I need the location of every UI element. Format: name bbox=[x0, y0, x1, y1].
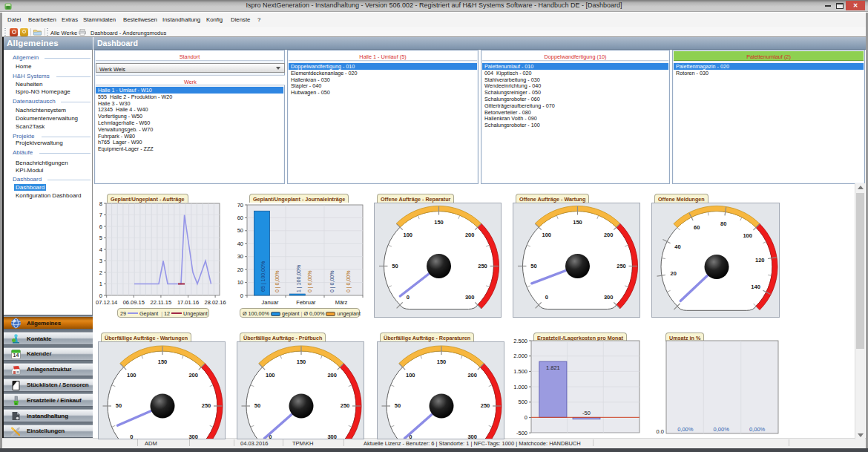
svg-text:200: 200 bbox=[465, 232, 475, 238]
svg-text:250: 250 bbox=[341, 402, 350, 409]
svg-text:14: 14 bbox=[13, 353, 19, 358]
svg-text:1.000: 1.000 bbox=[513, 384, 527, 390]
svg-text:50: 50 bbox=[530, 263, 536, 269]
svg-text:06.09.15: 06.09.15 bbox=[123, 299, 145, 306]
svg-text:100: 100 bbox=[406, 372, 415, 379]
svg-text:250: 250 bbox=[617, 263, 626, 269]
svg-text:100: 100 bbox=[127, 372, 137, 379]
svg-text:250: 250 bbox=[481, 402, 490, 409]
svg-text:60: 60 bbox=[237, 214, 243, 221]
svg-text:5: 5 bbox=[99, 235, 102, 241]
svg-text:250: 250 bbox=[202, 402, 211, 409]
svg-text:3: 3 bbox=[99, 258, 102, 264]
svg-text:-50: -50 bbox=[582, 410, 591, 416]
svg-text:0: 0 bbox=[240, 292, 243, 299]
svg-text:40: 40 bbox=[674, 243, 680, 250]
svg-text:100: 100 bbox=[542, 232, 552, 238]
svg-text:Januar: Januar bbox=[262, 299, 279, 306]
svg-text:150: 150 bbox=[437, 358, 447, 365]
svg-text:0.0: 0.0 bbox=[657, 428, 664, 435]
svg-text:120: 120 bbox=[755, 257, 765, 263]
svg-text:2.000: 2.000 bbox=[513, 353, 527, 359]
svg-text:2: 2 bbox=[99, 269, 102, 276]
svg-text:0: 0 bbox=[407, 294, 410, 301]
svg-text:60: 60 bbox=[694, 224, 700, 231]
svg-text:140: 140 bbox=[751, 284, 760, 290]
svg-text:50: 50 bbox=[254, 402, 260, 409]
svg-text:50: 50 bbox=[237, 227, 243, 234]
svg-text:März: März bbox=[335, 299, 348, 306]
svg-text:07.12.14: 07.12.14 bbox=[96, 299, 117, 306]
svg-text:100: 100 bbox=[743, 232, 752, 239]
svg-text:-500: -500 bbox=[516, 430, 527, 436]
svg-text:0 | 0,00%: 0 | 0,00% bbox=[307, 271, 313, 292]
svg-text:17.01.16: 17.01.16 bbox=[177, 299, 199, 306]
svg-text:22.11.15: 22.11.15 bbox=[151, 299, 172, 306]
svg-text:200: 200 bbox=[327, 372, 337, 379]
svg-text:50: 50 bbox=[116, 402, 122, 409]
svg-text:28.02.16: 28.02.16 bbox=[204, 299, 226, 306]
svg-text:300: 300 bbox=[604, 294, 614, 301]
svg-text:0 | 0,00%: 0 | 0,00% bbox=[274, 271, 280, 292]
svg-text:8: 8 bbox=[99, 200, 102, 207]
svg-text:250: 250 bbox=[478, 263, 487, 269]
svg-text:1 | 100,00%: 1 | 100,00% bbox=[296, 265, 302, 292]
svg-text:300: 300 bbox=[465, 294, 475, 301]
svg-text:40: 40 bbox=[237, 240, 243, 247]
svg-text:10: 10 bbox=[237, 279, 243, 286]
svg-text:50: 50 bbox=[392, 263, 398, 269]
svg-text:0: 0 bbox=[130, 433, 133, 439]
svg-text:6: 6 bbox=[99, 223, 102, 230]
svg-text:50: 50 bbox=[395, 402, 401, 409]
svg-text:1.500: 1.500 bbox=[513, 368, 527, 375]
svg-text:100: 100 bbox=[266, 372, 275, 379]
svg-text:150: 150 bbox=[158, 358, 168, 365]
svg-text:200: 200 bbox=[188, 372, 198, 379]
svg-text:30: 30 bbox=[237, 253, 243, 260]
svg-text:300: 300 bbox=[327, 433, 337, 439]
svg-text:0,00%: 0,00% bbox=[677, 426, 694, 433]
svg-text:1: 1 bbox=[99, 281, 102, 287]
svg-text:80: 80 bbox=[720, 220, 726, 227]
svg-text:65 | 100,00%: 65 | 100,00% bbox=[260, 261, 266, 292]
svg-text:2.500: 2.500 bbox=[513, 338, 527, 344]
svg-text:0 | 0,00%: 0 | 0,00% bbox=[346, 271, 352, 292]
svg-text:500: 500 bbox=[518, 399, 527, 405]
svg-text:150: 150 bbox=[434, 219, 444, 226]
svg-text:20: 20 bbox=[237, 266, 243, 273]
svg-text:200: 200 bbox=[467, 372, 477, 379]
svg-text:0: 0 bbox=[99, 292, 102, 299]
svg-text:150: 150 bbox=[573, 219, 582, 226]
svg-text:0,00%: 0,00% bbox=[749, 426, 766, 433]
svg-text:7: 7 bbox=[99, 212, 102, 218]
svg-text:200: 200 bbox=[604, 232, 614, 238]
svg-text:20: 20 bbox=[671, 270, 677, 277]
svg-text:4: 4 bbox=[99, 246, 102, 253]
svg-text:1.821: 1.821 bbox=[546, 364, 560, 371]
svg-text:0 | 0,00%: 0 | 0,00% bbox=[329, 271, 335, 292]
svg-text:300: 300 bbox=[467, 433, 477, 439]
svg-text:0: 0 bbox=[545, 294, 548, 301]
svg-text:0,00%: 0,00% bbox=[714, 426, 730, 433]
svg-text:150: 150 bbox=[297, 358, 306, 365]
svg-text:70: 70 bbox=[237, 202, 243, 209]
svg-text:Februar: Februar bbox=[296, 299, 316, 306]
svg-text:100: 100 bbox=[404, 232, 413, 238]
svg-text:300: 300 bbox=[188, 433, 198, 439]
svg-text:0: 0 bbox=[525, 414, 527, 421]
